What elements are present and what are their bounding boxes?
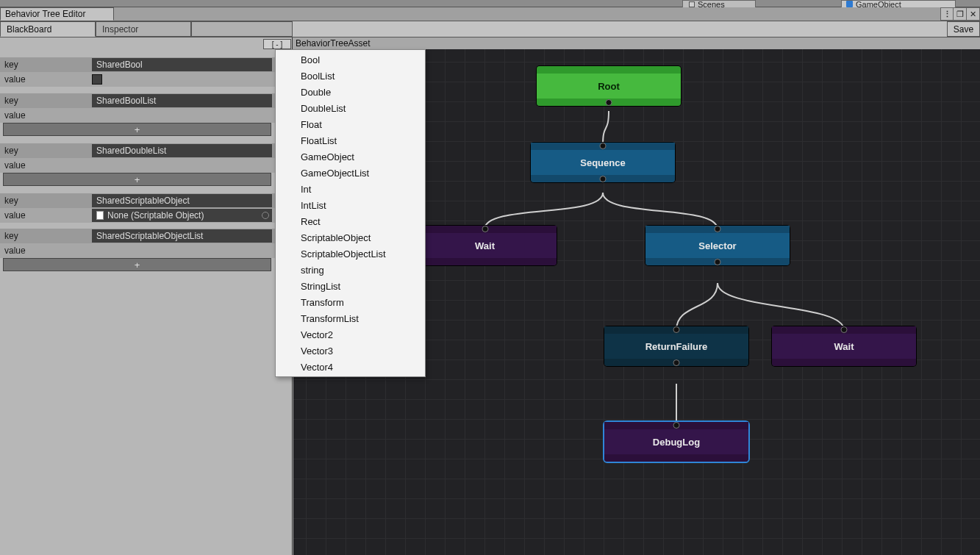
node-title: Sequence (531, 150, 675, 175)
bb-key-input[interactable] (92, 58, 272, 71)
menu-item-double-list[interactable]: DoubleList (276, 100, 425, 116)
tab-inspector[interactable]: Inspector (96, 21, 191, 37)
add-list-item-button[interactable]: + (3, 258, 271, 271)
more-icon: ⋮ (943, 10, 951, 19)
menu-item-gameobject-list[interactable]: GameObjectList (276, 165, 425, 181)
menu-item-vector3[interactable]: Vector3 (276, 343, 425, 359)
menu-item-scriptable-object[interactable]: ScriptableObject (276, 229, 425, 246)
bb-row-value: value (0, 158, 293, 173)
node-wait[interactable]: Wait (413, 226, 557, 265)
window-controls: ⋮ ❐ ✕ (940, 7, 980, 21)
tab-blackboard[interactable]: BlackBoard (0, 21, 96, 37)
bb-row-key: key (0, 143, 293, 158)
node-header-strip (531, 143, 675, 150)
menu-item-string-list[interactable]: StringList (276, 278, 425, 294)
menu-item-vector4[interactable]: Vector4 (276, 359, 425, 375)
menu-item-double[interactable]: Double (276, 84, 425, 100)
bb-key-label: key (0, 96, 92, 106)
save-button[interactable]: Save (947, 21, 980, 37)
menu-item-float-list[interactable]: FloatList (276, 132, 425, 148)
object-field-none[interactable]: None (Scriptable Object) (92, 209, 272, 222)
node-title: DebugLog (604, 429, 748, 454)
bb-key-input[interactable] (92, 194, 272, 207)
window-tabbar: Behavior Tree Editor ⋮ ❐ ✕ (0, 7, 980, 21)
node-footer-strip (537, 99, 681, 106)
bb-row-value: value (0, 72, 293, 87)
asset-name-label: BehaviorTreeAsset (293, 37, 373, 49)
input-port[interactable] (673, 326, 680, 333)
header-collapse-toggle[interactable]: [ - ] (263, 39, 291, 49)
node-root[interactable]: Root (537, 66, 681, 106)
bb-key-label: key (0, 146, 92, 156)
bb-key-input[interactable] (92, 144, 272, 157)
menu-item-int-list[interactable]: IntList (276, 197, 425, 213)
menu-item-gameobject[interactable]: GameObject (276, 148, 425, 165)
node-return-failure[interactable]: ReturnFailure (604, 326, 748, 366)
restore-icon: ❐ (956, 10, 964, 19)
tab-gameobject[interactable]: GameObject (841, 0, 956, 7)
menu-item-bool[interactable]: Bool (276, 51, 425, 68)
node-selector[interactable]: Selector (645, 226, 790, 265)
node-header-strip (537, 66, 681, 74)
menu-item-string[interactable]: string (276, 262, 425, 278)
bb-value-label: value (0, 110, 92, 121)
menu-item-vector2[interactable]: Vector2 (276, 326, 425, 343)
bb-row-value: value (0, 108, 293, 123)
bb-row-key: key (0, 193, 293, 208)
bb-key-label: key (0, 231, 92, 241)
tab-scenes[interactable]: Scenes (682, 0, 756, 7)
node-header-strip (604, 422, 748, 429)
menu-item-int[interactable]: Int (276, 181, 425, 197)
bb-value-label: value (0, 74, 92, 85)
input-port[interactable] (600, 143, 607, 149)
output-port[interactable] (715, 259, 721, 265)
input-port[interactable] (715, 226, 721, 232)
menu-item-scriptable-object-list[interactable]: ScriptableObjectList (276, 246, 425, 262)
tab-empty[interactable] (191, 21, 293, 37)
gameobject-icon (846, 1, 853, 7)
input-port[interactable] (673, 422, 680, 429)
node-wait[interactable]: Wait (772, 326, 916, 366)
node-sequence[interactable]: Sequence (531, 143, 675, 182)
input-port[interactable] (841, 326, 848, 333)
output-port[interactable] (606, 99, 612, 106)
node-header-strip (413, 226, 557, 233)
more-button[interactable]: ⋮ (940, 7, 954, 21)
node-footer-strip (604, 359, 748, 366)
bb-row-key: key (0, 57, 293, 72)
window-title: Behavior Tree Editor (5, 9, 85, 19)
plus-icon: + (135, 259, 140, 271)
tab-behavior-tree-editor[interactable]: Behavior Tree Editor (0, 7, 114, 21)
menu-item-rect[interactable]: Rect (276, 213, 425, 229)
add-list-item-button[interactable]: + (3, 123, 271, 136)
close-button[interactable]: ✕ (967, 7, 980, 21)
tab-gameobject-label: GameObject (856, 0, 901, 7)
bb-row-value: value None (Scriptable Object) (0, 208, 293, 223)
bb-value-label: value (0, 246, 92, 256)
node-title: Wait (772, 334, 916, 359)
bb-key-input[interactable] (92, 229, 272, 243)
menu-item-transform[interactable]: Transform (276, 294, 425, 310)
tab-blackboard-label: BlackBoard (7, 24, 51, 35)
output-port[interactable] (673, 359, 680, 366)
node-footer-strip (604, 454, 748, 462)
add-list-item-button[interactable]: + (3, 173, 271, 186)
menu-item-bool-list[interactable]: BoolList (276, 68, 425, 84)
bb-key-input[interactable] (92, 94, 272, 107)
output-port[interactable] (600, 176, 607, 182)
tab-inspector-label: Inspector (102, 24, 138, 35)
node-debug-log[interactable]: DebugLog (604, 422, 748, 462)
bb-value-label: value (0, 210, 92, 221)
inner-tabbar: BlackBoard Inspector Save (0, 21, 980, 37)
bb-row-value: value (0, 243, 293, 258)
menu-item-transform-list[interactable]: TransformList (276, 310, 425, 326)
box-icon (689, 1, 695, 7)
object-picker-icon[interactable] (262, 212, 269, 219)
document-icon (96, 211, 104, 220)
node-header-strip (645, 226, 790, 233)
menu-item-float[interactable]: Float (276, 116, 425, 132)
bb-checkbox[interactable] (92, 74, 102, 85)
save-label: Save (954, 24, 973, 35)
input-port[interactable] (482, 226, 488, 232)
restore-button[interactable]: ❐ (954, 7, 967, 21)
